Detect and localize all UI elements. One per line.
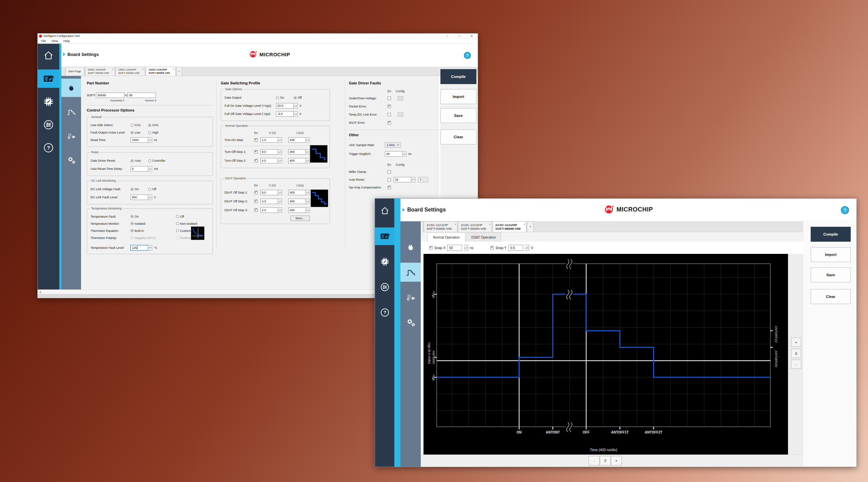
sidebar-item-preferences[interactable] xyxy=(38,116,59,134)
save-button[interactable]: Save xyxy=(440,108,476,123)
sidebar-item-device-config[interactable] xyxy=(38,93,59,111)
enable-checkbox-dsat-off-step-3[interactable] xyxy=(254,208,258,212)
spinner-input-temperature-fault-level[interactable]: 125 xyxy=(131,245,148,250)
doc-tab[interactable]: Start Page xyxy=(65,67,84,76)
spinner-stepper[interactable]: ▲▼ xyxy=(306,207,310,213)
import-button[interactable]: Import xyxy=(440,89,476,104)
inner-item-advanced[interactable] xyxy=(61,151,81,169)
inner-item-thermal[interactable] xyxy=(61,79,81,97)
sidebar-item-board-settings[interactable] xyxy=(38,69,59,88)
subtab-normal-operation[interactable]: Normal Operation xyxy=(428,233,465,242)
enable-checkbox-dsat-off-step-1[interactable] xyxy=(254,191,258,194)
close-button[interactable]: ✕ xyxy=(466,35,478,38)
offset-down-button[interactable]: - xyxy=(791,360,801,369)
config-ellipsis-button[interactable]: ... xyxy=(398,96,403,100)
scroll-left-arrow[interactable]: ◄ xyxy=(38,290,42,294)
config-ellipsis-button[interactable]: ... xyxy=(398,113,403,117)
spinner-stepper[interactable]: ▲▼ xyxy=(278,199,282,204)
offset-zero-button[interactable]: 0 xyxy=(791,349,801,358)
spinner-stepper[interactable]: ▲▼ xyxy=(278,149,282,155)
spinner-stepper[interactable]: ▲▼ xyxy=(294,111,298,117)
snap-x-input[interactable]: 50 xyxy=(447,245,462,251)
sidebar-item-preferences[interactable] xyxy=(375,278,394,296)
compile-button[interactable]: Compile xyxy=(811,227,851,242)
inner-item-gate-profile[interactable] xyxy=(400,263,421,282)
enable-checkbox-turn-off-step-1[interactable] xyxy=(254,150,258,154)
menu-item-view[interactable]: View xyxy=(52,39,58,43)
time-zero-button[interactable]: 0 xyxy=(600,456,611,465)
inner-item-sensors[interactable] xyxy=(61,127,81,145)
maximize-button[interactable]: □ xyxy=(453,35,466,38)
tab-close-icon[interactable]: × xyxy=(142,68,144,71)
sidebar-item-home[interactable] xyxy=(38,46,59,65)
spinner-input-turn-on-step-t[interactable]: 400 xyxy=(288,137,306,143)
radio-on[interactable] xyxy=(276,96,279,99)
radio-non-isolated[interactable] xyxy=(176,222,179,225)
sidebar-item-home[interactable] xyxy=(375,202,394,220)
radio-off[interactable] xyxy=(148,188,151,191)
help-badge-button[interactable]: ? xyxy=(841,206,849,214)
checkbox-miller-clamp[interactable] xyxy=(388,170,391,174)
new-tab-button[interactable]: + xyxy=(527,221,534,232)
checkbox-temp-dc-link-error[interactable] xyxy=(388,113,391,116)
spinner-input-dsat-off-step-3-v[interactable]: 2.0 xyxy=(260,207,278,213)
radio-built-in[interactable] xyxy=(131,229,134,232)
spinner-stepper[interactable]: ▲▼ xyxy=(278,158,282,163)
radio-low[interactable] xyxy=(131,131,134,134)
radio-high[interactable] xyxy=(148,131,151,134)
radio-off[interactable] xyxy=(294,96,297,99)
spinner-stepper[interactable]: ▲▼ xyxy=(402,151,407,157)
checkbox-op-amp-compensation[interactable] xyxy=(388,186,391,189)
sidebar-item-help[interactable]: ? xyxy=(38,139,59,157)
spinner-input-dsat-off-step-2-t[interactable]: 400 xyxy=(288,199,306,204)
snap-y-stepper[interactable]: ▲▼ xyxy=(525,245,529,251)
spinner-input-dsat-off-step-1-t[interactable]: 400 xyxy=(288,190,306,195)
radio-ch1[interactable] xyxy=(131,124,134,127)
spinner-input-dead-time[interactable]: 1000 xyxy=(131,137,148,143)
spinner-input-auto-reset-time-delay[interactable]: 5 xyxy=(131,166,148,172)
spinner-input-full-on-gate-voltage-level-vgs[interactable]: 20.0 xyxy=(276,103,294,108)
time-left-button[interactable]: - xyxy=(589,456,599,465)
spinner-stepper[interactable]: ▲▼ xyxy=(294,103,298,108)
radio-custom[interactable] xyxy=(176,229,179,232)
dropdown-auto-reset-unit[interactable]: ▾ xyxy=(418,177,428,182)
clear-button[interactable]: Clear xyxy=(811,289,851,304)
spinner-stepper[interactable]: ▲▼ xyxy=(278,190,282,195)
import-button[interactable]: Import xyxy=(811,247,851,262)
enable-checkbox-turn-off-step-2[interactable] xyxy=(254,159,258,162)
doc-tab[interactable]: 2ASC-12A2HPSOFT-99999-V99× xyxy=(493,221,526,232)
snap-y-input[interactable]: 0.5 xyxy=(508,245,523,251)
spinner-stepper[interactable]: ▲▼ xyxy=(306,190,310,195)
checkbox-auto-reset[interactable] xyxy=(388,178,391,181)
inner-item-advanced[interactable] xyxy=(400,313,421,332)
spinner-input-dsat-off-step-3-t[interactable]: 400 xyxy=(288,207,306,213)
checkbox-dsat-error[interactable] xyxy=(388,121,391,124)
radio-controller[interactable] xyxy=(148,159,151,162)
spinner-stepper[interactable]: ▲▼ xyxy=(278,207,282,213)
spinner-input-full-off-gate-voltage-level-vgs[interactable]: -5.0 xyxy=(276,111,294,117)
spinner-input-turn-off-step-2-v[interactable]: 4.0 xyxy=(260,158,278,163)
spinner-input-dc-link-fault-level[interactable]: 900 xyxy=(131,195,148,200)
subtab-dsat-operation[interactable]: DSAT Operation xyxy=(466,233,501,242)
spinner-input-dsat-off-step-2-v[interactable]: 4.0 xyxy=(260,199,278,204)
menu-item-file[interactable]: File xyxy=(41,39,46,43)
assembly-number-input[interactable]: 99999 xyxy=(96,93,124,98)
menu-item-help[interactable]: Help xyxy=(63,39,70,43)
new-tab-button[interactable]: + xyxy=(176,67,182,76)
spinner-stepper[interactable]: ▲▼ xyxy=(306,149,310,155)
time-right-button[interactable]: + xyxy=(611,456,622,465)
snap-y-checkbox[interactable] xyxy=(490,246,494,249)
checkbox-under-over-voltage[interactable] xyxy=(388,97,391,100)
more-button[interactable]: More... xyxy=(290,216,310,221)
spinner-input-turn-on-step-v[interactable]: 1.0 xyxy=(260,137,278,143)
spinner-stepper[interactable]: ▲▼ xyxy=(148,245,152,250)
compile-button[interactable]: Compile xyxy=(440,69,476,84)
spinner-input-turn-off-step-1-v[interactable]: 9.0 xyxy=(260,149,278,155)
waveform-chart[interactable]: ONANTONTOFFANTOFF1TANTOFF2TTime (400 ns/… xyxy=(423,254,788,455)
spinner-input-auto-reset[interactable]: 32 xyxy=(394,177,411,182)
tab-close-icon[interactable]: × xyxy=(524,222,525,226)
enable-checkbox-dsat-off-step-2[interactable] xyxy=(254,200,258,203)
snap-x-stepper[interactable]: ▲▼ xyxy=(464,245,468,251)
spinner-stepper[interactable]: ▲▼ xyxy=(306,158,310,163)
radio-off[interactable] xyxy=(176,215,179,218)
